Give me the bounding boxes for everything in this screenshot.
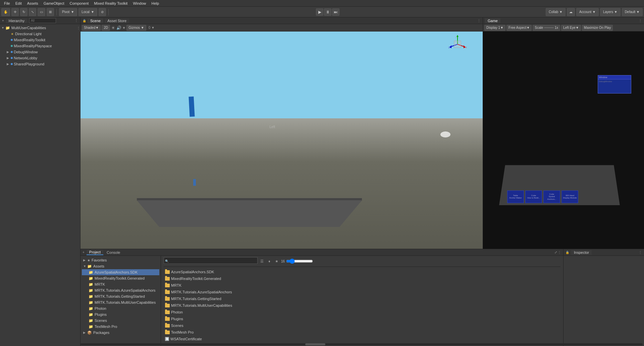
tree-item-playspace[interactable]: MixedRealityPlayspace [0,43,80,49]
2d-button[interactable]: 2D [102,25,110,31]
content-folder-scenes[interactable]: Scenes [164,323,560,329]
mrtk-getting-graphic [165,297,170,301]
step-button[interactable]: ⏭ [332,8,339,16]
left-eye-dropdown[interactable]: Left Eye ▼ [561,25,581,31]
layers-dropdown[interactable]: Layers ▼ [600,8,621,16]
tree-assets-mrtk-getting[interactable]: 📁 MRTK.Tutorials.GettingStarted [82,293,159,299]
content-folder-mrtk[interactable]: MRTK [164,282,560,288]
console-tab[interactable]: Console [104,250,123,255]
content-photon-label: Photon [171,310,183,314]
tree-assets-mrtk-azure[interactable]: 📁 MRTK.Tutorials.AzureSpatialAnchors [82,287,159,293]
scene-options-button[interactable]: ⋮ [477,19,481,22]
hierarchy-add-button[interactable]: + [2,19,4,22]
menu-mrtk[interactable]: Mixed Reality Toolkit [91,1,130,6]
scene-tab[interactable]: Scene [88,18,103,23]
networklobby-label: NetworkLobby [14,56,37,60]
tree-assets-mrtk[interactable]: 📁 MRTK [82,281,159,287]
menu-edit[interactable]: Edit [13,1,24,6]
scene-viewport[interactable]: Left Y [80,32,483,249]
project-tab[interactable]: Project [87,250,103,255]
menu-window[interactable]: Window [130,1,149,6]
scale-control[interactable]: Scale ──── 1x [533,25,560,31]
tree-assets-photon[interactable]: 📁 Photon [82,305,159,311]
menu-gameobject[interactable]: GameObject [41,1,67,6]
maximize-button[interactable]: Maximize On Play [582,25,613,31]
content-folder-textmesh[interactable]: TextMesh Pro [164,329,560,335]
inspector-content [564,256,644,346]
scene-lock-icon[interactable]: 🔒 [83,19,86,22]
default-layout-dropdown[interactable]: Default ▼ [622,8,643,16]
menu-help[interactable]: Help [149,1,162,6]
packages-section-header[interactable]: ▶ 📦 Packages [82,330,159,336]
inspector-tab[interactable]: Inspector [571,250,592,255]
display-dropdown[interactable]: Display 1 ▼ [484,25,505,31]
project-maximize-icon[interactable]: ⤢ [554,250,557,254]
transform-tool-button[interactable]: ⊞ [47,8,54,16]
content-file-wsa[interactable]: 📄 WSATestCertificate [164,336,560,342]
content-folder-photon[interactable]: Photon [164,309,560,315]
tree-item-sharedplayground[interactable]: ▶ SharedPlayground [0,61,80,67]
root-item[interactable]: ▼ 📁 MultiUserCapabilities ⋮ [0,25,80,31]
cloud-button[interactable]: ☁ [567,8,575,16]
game-options-button[interactable]: ⋮ [639,19,642,22]
filter-button[interactable]: ♦ [266,258,272,264]
collab-dropdown[interactable]: Collab ▼ [546,8,566,16]
play-button[interactable]: ▶ [316,8,323,16]
account-dropdown[interactable]: Account ▼ [576,8,599,16]
content-folder-mrtk-getting[interactable]: MRTK.Tutorials.GettingStarted [164,296,560,302]
tree-assets-scenes[interactable]: 📁 Scenes [82,318,159,324]
rect-tool-button[interactable]: ▭ [38,8,45,16]
tree-item-networklobby[interactable]: ▶ NetworkLobby [0,55,80,61]
tree-item-debugwindow[interactable]: ▶ DebugWindow [0,49,80,55]
scene-background: Left Y [80,32,483,249]
tree-assets-mrtk-gen[interactable]: 📁 MixedRealityToolkit.Generated [82,275,159,281]
pivot-dropdown[interactable]: Pivot ▼ [59,8,77,16]
menu-component[interactable]: Component [67,1,91,6]
game-tab[interactable]: Game [485,18,500,23]
tree-item-mrtk[interactable]: MixedRealityToolkit [0,37,80,43]
inspector-lock-icon[interactable]: 🔒 [566,251,569,254]
content-folder-azure[interactable]: AzureSpatialAnchors.SDK [164,269,560,275]
star-button[interactable]: ★ [274,258,280,264]
rotate-tool-button[interactable]: ↻ [20,8,28,16]
project-search-input[interactable] [164,257,258,264]
content-folder-mrtk-azure[interactable]: MRTK.Tutorials.AzureSpatialAnchors [164,289,560,295]
tree-assets-plugins[interactable]: 📁 Plugins [82,311,159,318]
effects-icon[interactable]: ★ [122,26,125,30]
menu-assets[interactable]: Assets [24,1,41,6]
content-folder-plugins[interactable]: Plugins [164,316,560,322]
hierarchy-tab[interactable]: Hierarchy [6,18,27,23]
favorites-section[interactable]: ▶ ★ Favorites [82,257,159,263]
aspect-dropdown[interactable]: Free Aspect ▼ [506,25,532,31]
lighting-icon[interactable]: ☀ [111,25,115,31]
project-add-button[interactable]: + [83,250,85,254]
view-toggle-button[interactable]: ☰ [259,258,265,264]
tree-assets-azure[interactable]: 📁 AzureSpatialAnchors.SDK [82,269,159,275]
audio-icon[interactable]: 🔊 [116,25,121,30]
shading-dropdown[interactable]: Shaded ▼ [82,25,101,31]
snap-button[interactable]: ⊘ [99,8,106,16]
assets-section-header[interactable]: ▼ 📁 Assets [82,263,159,269]
hierarchy-search-input[interactable] [29,18,56,23]
zoom-slider[interactable] [286,258,313,264]
project-options-button[interactable]: ⋮ [558,250,561,254]
content-folder-mrtk-gen[interactable]: MixedRealityToolkit.Generated [164,276,560,282]
asset-store-tab[interactable]: Asset Store [105,18,129,23]
inspector-options-button[interactable]: ⋮ [639,250,642,254]
pause-button[interactable]: ⏸ [324,8,331,16]
menu-file[interactable]: File [1,1,13,6]
project-h-scrollbar-thumb[interactable] [305,343,325,345]
hand-tool-button[interactable]: ✋ [1,8,10,16]
packages-folder-icon: 📦 [87,331,92,335]
root-options[interactable]: ⋮ [77,26,80,30]
tree-item-directional-light[interactable]: ☀ Directional Light [0,31,80,37]
scale-tool-button[interactable]: ⤡ [29,8,36,16]
project-search-wrapper [164,257,258,265]
hierarchy-options-button[interactable]: ⋮ [74,18,78,23]
tree-assets-textmesh[interactable]: 📁 TextMesh Pro [82,324,159,330]
local-dropdown[interactable]: Local ▼ [78,8,97,16]
tree-assets-mrtk-multi[interactable]: 📁 MRTK.Tutorials.MultiUserCapabilities [82,299,159,305]
gizmos-dropdown[interactable]: Gizmos ▼ [126,25,146,31]
move-tool-button[interactable]: ✛ [11,8,19,16]
content-folder-mrtk-multi[interactable]: MRTK.Tutorials.MultiUserCapabilities [164,302,560,308]
